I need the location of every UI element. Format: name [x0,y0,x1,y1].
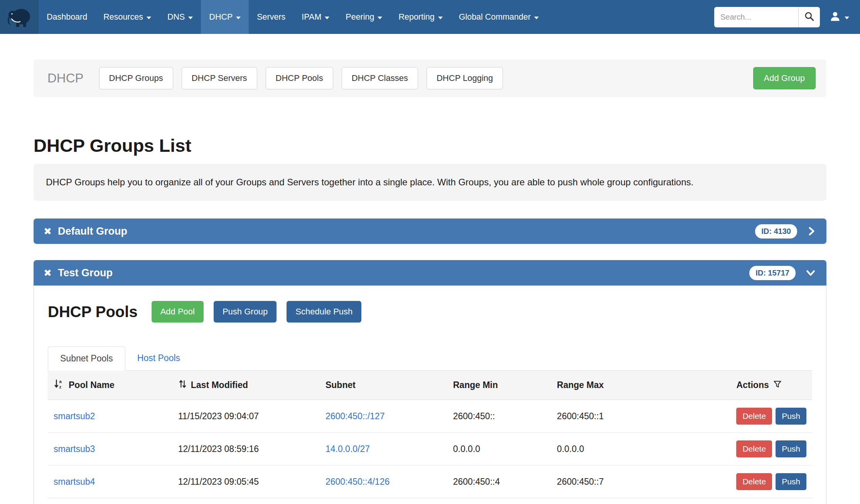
pool-name-link[interactable]: smartsub4 [54,477,95,487]
pool-name-cell: smartsub2 [48,400,172,433]
nav-peering[interactable]: Peering [337,0,390,34]
chevron-down-icon[interactable] [805,268,816,278]
header-pool-name[interactable]: a z Pool Name [48,371,172,400]
range-min-cell: 2600:450::4 [447,465,551,498]
schedule-push-button[interactable]: Schedule Push [287,301,361,323]
header-range-max: Range Max [551,371,730,400]
caret-down-icon [236,17,241,19]
tab-host-pools[interactable]: Host Pools [125,346,192,370]
dhcp-groups-button[interactable]: DHCP Groups [99,67,173,89]
nav-label: DNS [167,12,185,22]
subnet-cell: 14.0.0.0/27 [320,433,447,465]
svg-text:z: z [59,385,62,389]
search-icon [804,11,814,23]
range-min-cell: 172.16.3.0 [447,498,551,504]
pool-name-link[interactable]: smartsub3 [54,444,95,454]
delete-button[interactable]: Delete [736,440,772,457]
subnet-link[interactable]: 2600:450::4/126 [325,477,390,487]
range-min-cell: 2600:450:: [447,400,551,433]
user-menu[interactable] [829,10,849,24]
tab-subnet-pools[interactable]: Subnet Pools [48,346,125,371]
app-logo[interactable] [0,0,39,34]
navbar-right [714,0,860,34]
test-group-bar[interactable]: ✖ Test Group ID: 15717 [34,260,826,286]
group-id-badge: ID: 4130 [755,224,797,239]
range-min-cell: 0.0.0.0 [447,433,551,465]
nav-label: DHCP [209,12,233,22]
add-pool-button[interactable]: Add Pool [152,301,204,323]
actions-cell: Delete Push [730,498,812,504]
table-row: smartsub3 12/11/2023 08:59:16 14.0.0.0/2… [48,433,812,465]
table-row: smartsub4 12/11/2023 09:05:45 2600:450::… [48,465,812,498]
header-actions: Actions [730,371,812,400]
delete-button[interactable]: Delete [736,473,772,490]
nav-servers[interactable]: Servers [249,0,293,34]
sort-alpha-icon[interactable]: a z [54,379,65,391]
nav-resources[interactable]: Resources [95,0,159,34]
dhcp-toolbar: DHCP DHCP Groups DHCP Servers DHCP Pools… [34,59,826,97]
subnet-link[interactable]: 14.0.0.0/27 [325,444,370,454]
header-subnet: Subnet [320,371,447,400]
group-id-badge: ID: 15717 [749,266,796,280]
range-max-cell: 0.0.0.0 [551,433,730,465]
test-group-body: DHCP Pools Add Pool Push Group Schedule … [34,286,826,504]
pools-header: DHCP Pools Add Pool Push Group Schedule … [48,301,812,323]
nav-reporting[interactable]: Reporting [390,0,450,34]
nav-label: IPAM [302,12,321,22]
table-header-row: a z Pool Name [48,371,812,400]
nav-label: Servers [257,12,285,22]
caret-down-icon [534,17,539,19]
push-group-button[interactable]: Push Group [214,301,277,323]
remove-group-icon[interactable]: ✖ [44,227,52,236]
add-group-button[interactable]: Add Group [753,67,816,89]
range-max-cell: 172.16.3.255 [551,498,730,504]
chevron-right-icon[interactable] [806,225,816,237]
group-name: Test Group [58,267,113,279]
nav-dns[interactable]: DNS [159,0,201,34]
header-range-min: Range Min [447,371,551,400]
section-label: DHCP [47,71,84,86]
actions-cell: Delete Push [730,433,812,465]
pool-name-link[interactable]: smartsub2 [54,411,95,421]
dhcp-pools-button[interactable]: DHCP Pools [266,67,333,89]
subnet-cell: 2600:450::/127 [320,400,447,433]
user-icon [829,10,841,24]
nav-items: Dashboard Resources DNS DHCP Servers IPA… [39,0,547,34]
last-modified-cell: 12/11/2023 09:05:45 [172,465,320,498]
caret-down-icon [845,17,849,19]
subnet-cell: 2600:450::4/126 [320,465,447,498]
push-button[interactable]: Push [776,408,806,425]
search-button[interactable] [798,7,820,27]
pool-name-cell: smartsub3 [48,433,172,465]
delete-button[interactable]: Delete [736,408,772,425]
range-max-cell: 2600:450::1 [551,400,730,433]
actions-cell: Delete Push [730,400,812,433]
sort-icon[interactable] [178,379,187,391]
caret-down-icon [438,17,443,19]
nav-global-commander[interactable]: Global Commander [451,0,547,34]
subnet-link[interactable]: 2600:450::/127 [325,411,384,421]
filter-icon[interactable] [773,380,782,391]
subnet-cell: 172.16.3.0/24 [320,498,447,504]
last-modified-cell: 11/15/2023 09:04:07 [172,400,320,433]
dhcp-servers-button[interactable]: DHCP Servers [182,67,257,89]
page-description: DHCP Groups help you to organize all of … [34,164,826,201]
caret-down-icon [188,17,193,19]
nav-dashboard[interactable]: Dashboard [39,0,95,34]
header-label: Last Modified [191,380,248,390]
table-row: smartsub2 11/15/2023 09:04:07 2600:450::… [48,400,812,433]
dhcp-logging-button[interactable]: DHCP Logging [427,67,503,89]
push-button[interactable]: Push [776,440,806,457]
header-last-modified[interactable]: Last Modified [172,371,320,400]
nav-ipam[interactable]: IPAM [293,0,337,34]
nav-label: Dashboard [47,12,87,22]
push-button[interactable]: Push [776,473,806,490]
caret-down-icon [378,17,382,19]
actions-cell: Delete Push [730,465,812,498]
default-group-bar[interactable]: ✖ Default Group ID: 4130 [34,218,826,244]
table-row: smartsub5 11/15/2023 09:33:29 172.16.3.0… [48,498,812,504]
nav-dhcp[interactable]: DHCP [201,0,249,34]
remove-group-icon[interactable]: ✖ [44,268,52,278]
dhcp-classes-button[interactable]: DHCP Classes [342,67,418,89]
search-input[interactable] [714,7,798,27]
